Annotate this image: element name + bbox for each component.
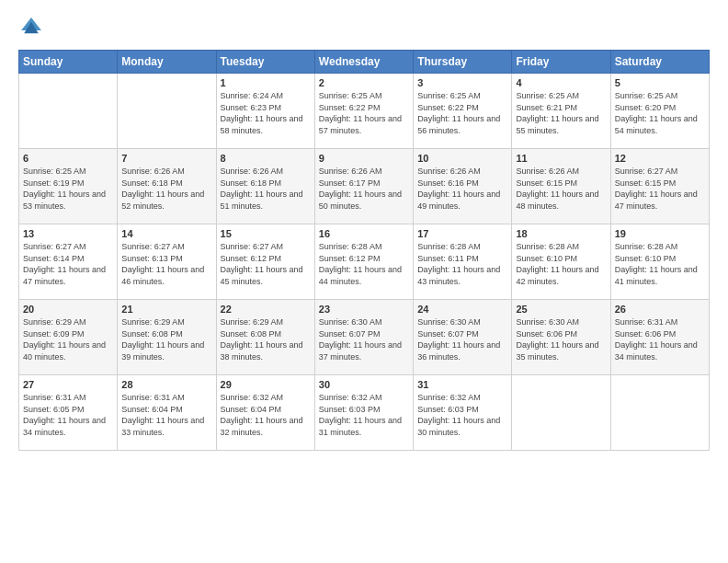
calendar-cell: 10 Sunrise: 6:26 AMSunset: 6:16 PMDaylig… (414, 149, 512, 224)
calendar-cell: 14 Sunrise: 6:27 AMSunset: 6:13 PMDaylig… (118, 224, 216, 300)
day-info: Sunrise: 6:25 AMSunset: 6:22 PMDaylight:… (417, 91, 500, 135)
day-number: 14 (121, 228, 211, 239)
logo (18, 15, 48, 40)
calendar-cell: 28 Sunrise: 6:31 AMSunset: 6:04 PMDaylig… (118, 375, 216, 451)
day-number: 6 (23, 153, 113, 164)
weekday-header: Friday (512, 51, 610, 74)
calendar-cell: 6 Sunrise: 6:25 AMSunset: 6:19 PMDayligh… (19, 149, 118, 224)
day-number: 26 (615, 304, 705, 315)
weekday-header: Thursday (414, 51, 512, 74)
calendar: SundayMondayTuesdayWednesdayThursdayFrid… (18, 50, 710, 451)
day-info: Sunrise: 6:25 AMSunset: 6:20 PMDaylight:… (615, 91, 698, 135)
calendar-cell: 3 Sunrise: 6:25 AMSunset: 6:22 PMDayligh… (414, 74, 512, 149)
day-number: 16 (319, 228, 409, 239)
day-info: Sunrise: 6:30 AMSunset: 6:07 PMDaylight:… (417, 317, 500, 362)
day-number: 17 (417, 228, 507, 239)
day-info: Sunrise: 6:27 AMSunset: 6:15 PMDaylight:… (615, 167, 698, 211)
day-info: Sunrise: 6:32 AMSunset: 6:03 PMDaylight:… (319, 393, 402, 437)
day-number: 8 (221, 153, 311, 164)
day-info: Sunrise: 6:27 AMSunset: 6:14 PMDaylight:… (23, 242, 106, 286)
day-info: Sunrise: 6:24 AMSunset: 6:23 PMDaylight:… (221, 91, 303, 135)
day-info: Sunrise: 6:31 AMSunset: 6:06 PMDaylight:… (615, 317, 698, 362)
weekday-header: Saturday (610, 51, 709, 74)
logo-icon (18, 15, 44, 40)
calendar-cell: 11 Sunrise: 6:26 AMSunset: 6:15 PMDaylig… (512, 149, 610, 224)
calendar-cell: 17 Sunrise: 6:28 AMSunset: 6:11 PMDaylig… (414, 224, 512, 300)
day-number: 15 (221, 228, 311, 239)
day-info: Sunrise: 6:26 AMSunset: 6:18 PMDaylight:… (121, 167, 204, 211)
weekday-header: Wednesday (314, 51, 413, 74)
day-info: Sunrise: 6:32 AMSunset: 6:04 PMDaylight:… (221, 393, 303, 437)
weekday-header: Tuesday (216, 51, 314, 74)
calendar-cell: 20 Sunrise: 6:29 AMSunset: 6:09 PMDaylig… (19, 300, 118, 375)
day-info: Sunrise: 6:30 AMSunset: 6:06 PMDaylight:… (516, 317, 598, 362)
calendar-week: 20 Sunrise: 6:29 AMSunset: 6:09 PMDaylig… (19, 300, 710, 375)
day-info: Sunrise: 6:26 AMSunset: 6:17 PMDaylight:… (319, 167, 402, 211)
day-number: 4 (516, 77, 606, 88)
calendar-cell: 16 Sunrise: 6:28 AMSunset: 6:12 PMDaylig… (314, 224, 413, 300)
day-number: 23 (319, 304, 409, 315)
page: SundayMondayTuesdayWednesdayThursdayFrid… (0, 0, 728, 563)
calendar-cell: 26 Sunrise: 6:31 AMSunset: 6:06 PMDaylig… (610, 300, 709, 375)
day-number: 12 (615, 153, 705, 164)
day-info: Sunrise: 6:30 AMSunset: 6:07 PMDaylight:… (319, 317, 402, 362)
calendar-week: 27 Sunrise: 6:31 AMSunset: 6:05 PMDaylig… (19, 375, 710, 451)
calendar-cell (19, 74, 118, 149)
day-number: 7 (121, 153, 211, 164)
day-info: Sunrise: 6:25 AMSunset: 6:19 PMDaylight:… (23, 167, 106, 211)
day-info: Sunrise: 6:28 AMSunset: 6:10 PMDaylight:… (516, 242, 598, 286)
day-number: 28 (121, 379, 211, 390)
calendar-cell: 30 Sunrise: 6:32 AMSunset: 6:03 PMDaylig… (314, 375, 413, 451)
day-number: 22 (221, 304, 311, 315)
day-number: 9 (319, 153, 409, 164)
day-number: 3 (417, 77, 507, 88)
day-number: 31 (417, 379, 507, 390)
day-info: Sunrise: 6:31 AMSunset: 6:05 PMDaylight:… (23, 393, 106, 437)
day-number: 27 (23, 379, 113, 390)
calendar-week: 1 Sunrise: 6:24 AMSunset: 6:23 PMDayligh… (19, 74, 710, 149)
day-info: Sunrise: 6:25 AMSunset: 6:22 PMDaylight:… (319, 91, 402, 135)
day-number: 18 (516, 228, 606, 239)
day-number: 25 (516, 304, 606, 315)
day-info: Sunrise: 6:27 AMSunset: 6:12 PMDaylight:… (221, 242, 303, 286)
calendar-cell: 24 Sunrise: 6:30 AMSunset: 6:07 PMDaylig… (414, 300, 512, 375)
calendar-cell: 18 Sunrise: 6:28 AMSunset: 6:10 PMDaylig… (512, 224, 610, 300)
calendar-cell (118, 74, 216, 149)
day-info: Sunrise: 6:25 AMSunset: 6:21 PMDaylight:… (516, 91, 598, 135)
calendar-cell: 29 Sunrise: 6:32 AMSunset: 6:04 PMDaylig… (216, 375, 314, 451)
calendar-cell: 15 Sunrise: 6:27 AMSunset: 6:12 PMDaylig… (216, 224, 314, 300)
day-number: 29 (221, 379, 311, 390)
calendar-cell: 2 Sunrise: 6:25 AMSunset: 6:22 PMDayligh… (314, 74, 413, 149)
calendar-week: 6 Sunrise: 6:25 AMSunset: 6:19 PMDayligh… (19, 149, 710, 224)
day-number: 21 (121, 304, 211, 315)
day-info: Sunrise: 6:28 AMSunset: 6:10 PMDaylight:… (615, 242, 698, 286)
calendar-cell: 8 Sunrise: 6:26 AMSunset: 6:18 PMDayligh… (216, 149, 314, 224)
day-info: Sunrise: 6:29 AMSunset: 6:08 PMDaylight:… (221, 317, 303, 362)
day-number: 24 (417, 304, 507, 315)
calendar-cell: 13 Sunrise: 6:27 AMSunset: 6:14 PMDaylig… (19, 224, 118, 300)
calendar-cell: 27 Sunrise: 6:31 AMSunset: 6:05 PMDaylig… (19, 375, 118, 451)
header (18, 15, 710, 40)
day-info: Sunrise: 6:28 AMSunset: 6:11 PMDaylight:… (417, 242, 500, 286)
calendar-cell: 5 Sunrise: 6:25 AMSunset: 6:20 PMDayligh… (610, 74, 709, 149)
day-number: 20 (23, 304, 113, 315)
day-number: 11 (516, 153, 606, 164)
day-number: 5 (615, 77, 705, 88)
day-info: Sunrise: 6:29 AMSunset: 6:08 PMDaylight:… (121, 317, 204, 362)
calendar-cell: 1 Sunrise: 6:24 AMSunset: 6:23 PMDayligh… (216, 74, 314, 149)
calendar-header: SundayMondayTuesdayWednesdayThursdayFrid… (19, 51, 710, 74)
day-info: Sunrise: 6:28 AMSunset: 6:12 PMDaylight:… (319, 242, 402, 286)
calendar-cell: 12 Sunrise: 6:27 AMSunset: 6:15 PMDaylig… (610, 149, 709, 224)
calendar-cell: 19 Sunrise: 6:28 AMSunset: 6:10 PMDaylig… (610, 224, 709, 300)
day-info: Sunrise: 6:26 AMSunset: 6:16 PMDaylight:… (417, 167, 500, 211)
day-info: Sunrise: 6:31 AMSunset: 6:04 PMDaylight:… (121, 393, 204, 437)
calendar-cell: 4 Sunrise: 6:25 AMSunset: 6:21 PMDayligh… (512, 74, 610, 149)
weekday-row: SundayMondayTuesdayWednesdayThursdayFrid… (19, 51, 710, 74)
calendar-cell: 9 Sunrise: 6:26 AMSunset: 6:17 PMDayligh… (314, 149, 413, 224)
day-info: Sunrise: 6:27 AMSunset: 6:13 PMDaylight:… (121, 242, 204, 286)
weekday-header: Monday (118, 51, 216, 74)
day-number: 30 (319, 379, 409, 390)
calendar-cell: 23 Sunrise: 6:30 AMSunset: 6:07 PMDaylig… (314, 300, 413, 375)
day-number: 13 (23, 228, 113, 239)
day-info: Sunrise: 6:29 AMSunset: 6:09 PMDaylight:… (23, 317, 106, 362)
